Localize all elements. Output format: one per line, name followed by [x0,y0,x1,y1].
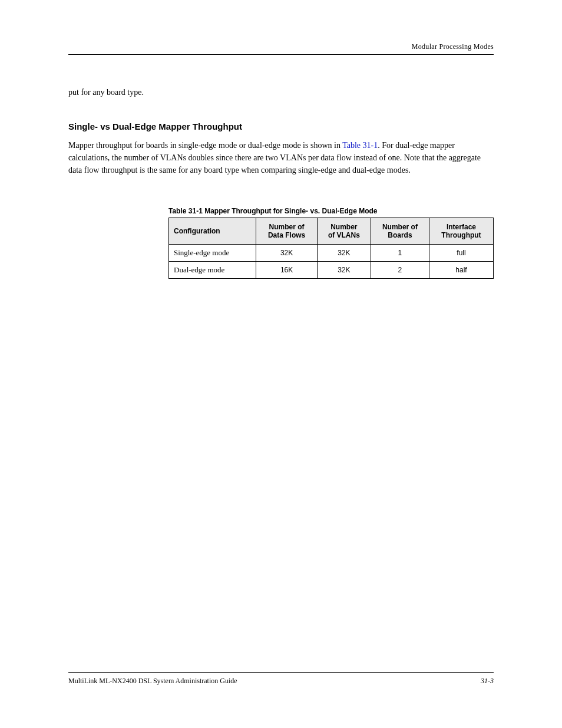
table-row: Dual-edge mode 16K 32K 2 half [169,262,494,279]
table-cell: Dual-edge mode [169,262,256,279]
table-header-cell: Number ofData Flows [256,218,318,245]
footer-rule [68,672,494,673]
table-cell: 16K [256,262,318,279]
table-header-row: Configuration Number ofData Flows Number… [169,218,494,245]
table-cell: 2 [371,262,429,279]
header-section-title: Modular Processing Modes [412,42,494,51]
table-caption: Table 31-1 Mapper Throughput for Single-… [168,207,494,215]
table-row: Single-edge mode 32K 32K 1 full [169,245,494,262]
table-cell: 32K [256,245,318,262]
body-paragraph: Mapper throughput for boards in single-e… [68,139,494,176]
footer-doc-title: MultiLink ML-NX2400 DSL System Administr… [68,677,237,686]
footer-line: MultiLink ML-NX2400 DSL System Administr… [68,677,494,686]
table-cell: 32K [317,262,371,279]
document-page: Modular Processing Modes put for any boa… [0,0,562,728]
table-cell: 1 [371,245,429,262]
body-paragraph-text: Mapper throughput for boards in single-e… [68,141,342,150]
data-table: Configuration Number ofData Flows Number… [168,218,494,279]
table-cell: Single-edge mode [169,245,256,262]
table-header-cell: Configuration [169,218,256,245]
table-header-cell: InterfaceThroughput [429,218,493,245]
table-reference-link[interactable]: Table 31-1 [342,141,378,150]
footer-page-number: 31-3 [481,677,494,686]
body-continuation-line: put for any board type. [68,87,144,98]
table-cell: half [429,262,493,279]
header-rule [68,54,494,55]
table-cell: 32K [317,245,371,262]
table-cell: full [429,245,493,262]
body-subheading: Single- vs Dual-Edge Mapper Throughput [68,121,242,131]
table-header-cell: Number ofBoards [371,218,429,245]
table-header-cell: Numberof VLANs [317,218,371,245]
table-wrapper: Table 31-1 Mapper Throughput for Single-… [168,207,494,279]
